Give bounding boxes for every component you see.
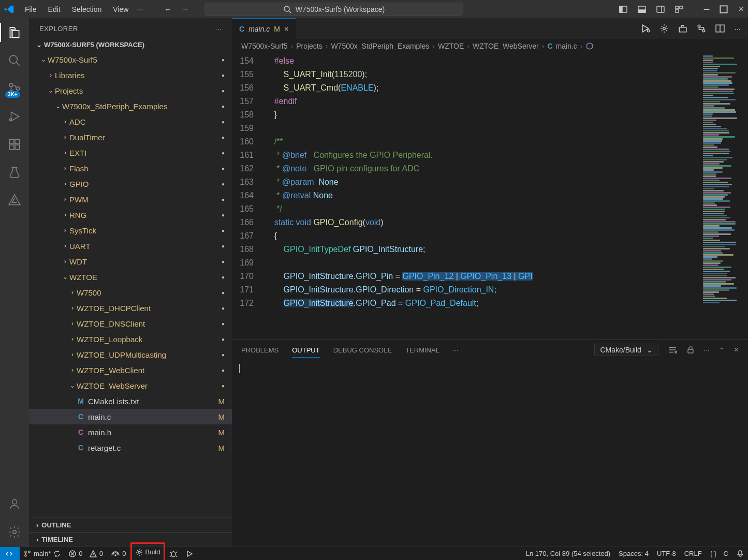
indentation[interactable]: Spaces: 4 [614, 550, 653, 557]
outline-section[interactable]: ›OUTLINE [29, 518, 232, 532]
folder-item[interactable]: ›ADC [29, 114, 232, 129]
folder-item[interactable]: ⌄WZTOE_WebServer [29, 378, 232, 393]
split-editor-icon[interactable] [715, 24, 725, 33]
folder-item[interactable]: ›Libraries [29, 67, 232, 83]
svg-point-39 [28, 551, 31, 553]
breadcrumb[interactable]: W7500x-Surf5› Projects› W7500x_StdPeriph… [232, 39, 748, 53]
notifications-icon[interactable] [732, 550, 748, 557]
explorer-icon[interactable] [7, 25, 22, 40]
settings-gear-icon[interactable] [7, 525, 22, 539]
remote-button[interactable] [0, 547, 20, 560]
source-control-icon[interactable]: 3K+ [7, 81, 22, 96]
run-debug-icon[interactable] [7, 109, 22, 124]
folder-item[interactable]: ›Flash [29, 160, 232, 176]
run-icon[interactable] [182, 547, 197, 560]
tab-main-c[interactable]: C main.c M × [232, 18, 296, 39]
tab-close-icon[interactable]: × [284, 25, 288, 33]
panel-overflow-icon[interactable]: ··· [704, 346, 710, 354]
panel-maximize-icon[interactable]: ⌃ [719, 346, 725, 354]
eol[interactable]: CRLF [680, 550, 706, 557]
folder-item[interactable]: ⌄W7500x-Surf5 [29, 52, 232, 67]
accounts-icon[interactable] [7, 497, 22, 511]
cursor-position[interactable]: Ln 170, Col 89 (54 selected) [522, 550, 614, 557]
cmake-icon[interactable] [7, 193, 22, 208]
folder-item[interactable]: ›WZTOE_DNSClient [29, 316, 232, 331]
bottom-panel: PROBLEMS OUTPUT DEBUG CONSOLE TERMINAL ·… [232, 340, 748, 547]
layout-panel-bottom-icon[interactable] [638, 5, 646, 13]
menu-edit[interactable]: Edit [43, 3, 66, 16]
output-channel-dropdown[interactable]: CMake/Build⌄ [594, 344, 658, 356]
layout-panel-right-icon[interactable] [656, 5, 665, 13]
lock-scroll-icon[interactable] [686, 346, 695, 354]
nav-forward-icon[interactable]: → [181, 5, 189, 13]
encoding[interactable]: UTF-8 [653, 550, 680, 557]
folder-item[interactable]: ›SysTick [29, 223, 232, 238]
editor-area: C main.c M × ··· W7500x-Surf5› Projects›… [232, 18, 748, 547]
panel-tab-problems[interactable]: PROBLEMS [241, 346, 278, 354]
folder-item[interactable]: ›WZTOE_Loopback [29, 331, 232, 347]
file-item[interactable]: Cmain.c [29, 409, 232, 424]
folder-item[interactable]: ›GPIO [29, 176, 232, 191]
file-item[interactable]: MCMakeLists.txt [29, 393, 232, 409]
testing-icon[interactable] [7, 165, 22, 180]
menu-file[interactable]: File [20, 3, 42, 16]
sidebar-more-icon[interactable]: ··· [215, 25, 222, 33]
customize-layout-icon[interactable] [675, 5, 683, 13]
svg-line-48 [170, 552, 171, 553]
code-editor[interactable]: 1541551561571581591601611621631641651661… [232, 53, 748, 340]
svg-line-50 [170, 556, 171, 557]
build-icon[interactable] [678, 24, 687, 33]
debug-target-icon[interactable] [165, 547, 182, 560]
search-icon[interactable] [7, 53, 22, 68]
folder-item[interactable]: ›WZTOE_DHCPClient [29, 300, 232, 316]
folder-item[interactable]: ›DualTimer [29, 129, 232, 145]
extensions-icon[interactable] [7, 137, 22, 152]
folder-item[interactable]: ›WZTOE_WebClient [29, 362, 232, 378]
file-item[interactable]: Cretarget.c [29, 440, 232, 455]
folder-item[interactable]: ›EXTI [29, 145, 232, 160]
folder-item[interactable]: ›UART [29, 238, 232, 254]
maximize-icon[interactable] [720, 5, 728, 13]
language-mode[interactable]: { } C [706, 550, 732, 557]
folder-item[interactable]: ›WZTOE_UDPMulticasting [29, 347, 232, 362]
workspace-header[interactable]: ⌄W7500X-SURF5 (WORKSPACE) [29, 39, 232, 51]
sync-icon[interactable] [53, 550, 61, 557]
panel-tab-terminal[interactable]: TERMINAL [405, 346, 439, 354]
svg-rect-5 [638, 10, 646, 12]
menu-view[interactable]: View [108, 3, 134, 16]
panel-tab-output[interactable]: OUTPUT [292, 346, 319, 358]
c-file-icon: C [239, 25, 244, 33]
output-body[interactable] [232, 360, 748, 547]
menu-overflow-icon[interactable]: ··· [137, 5, 143, 13]
ports-status[interactable]: 0 [107, 547, 130, 560]
folder-item[interactable]: ›W7500 [29, 285, 232, 300]
folder-item[interactable]: ›RNG [29, 207, 232, 223]
folder-item[interactable]: ⌄WZTOE [29, 269, 232, 285]
git-compare-icon[interactable] [697, 24, 706, 33]
layout-panel-left-icon[interactable] [619, 5, 627, 13]
git-branch[interactable]: main* [20, 547, 65, 560]
folder-item[interactable]: ⌄Projects [29, 83, 232, 98]
command-center[interactable]: W7500x-Surf5 (Workspace) [204, 3, 463, 16]
folder-item[interactable]: ›WDT [29, 254, 232, 269]
menu-selection[interactable]: Selection [67, 3, 107, 16]
nav-back-icon[interactable]: ← [164, 5, 172, 13]
editor-more-icon[interactable]: ··· [734, 24, 741, 33]
clear-output-icon[interactable] [668, 345, 677, 355]
gear-icon[interactable] [659, 24, 669, 33]
panel-close-icon[interactable]: × [734, 345, 739, 355]
minimap[interactable] [701, 53, 748, 340]
panel-more-icon[interactable]: ··· [453, 346, 459, 354]
close-icon[interactable]: × [738, 4, 744, 14]
command-center-label: W7500x-Surf5 (Workspace) [296, 5, 385, 13]
problems-status[interactable]: 0 0 [65, 547, 107, 560]
svg-rect-18 [9, 139, 14, 144]
folder-item[interactable]: ›PWM [29, 191, 232, 207]
file-item[interactable]: Cmain.h [29, 424, 232, 440]
build-button[interactable]: Build [130, 542, 165, 561]
run-dropdown-icon[interactable] [641, 24, 650, 33]
panel-tab-debug[interactable]: DEBUG CONSOLE [333, 346, 392, 354]
minimize-icon[interactable]: ─ [704, 5, 710, 13]
svg-point-46 [171, 552, 175, 557]
folder-item[interactable]: ⌄W7500x_StdPeriph_Examples [29, 98, 232, 114]
